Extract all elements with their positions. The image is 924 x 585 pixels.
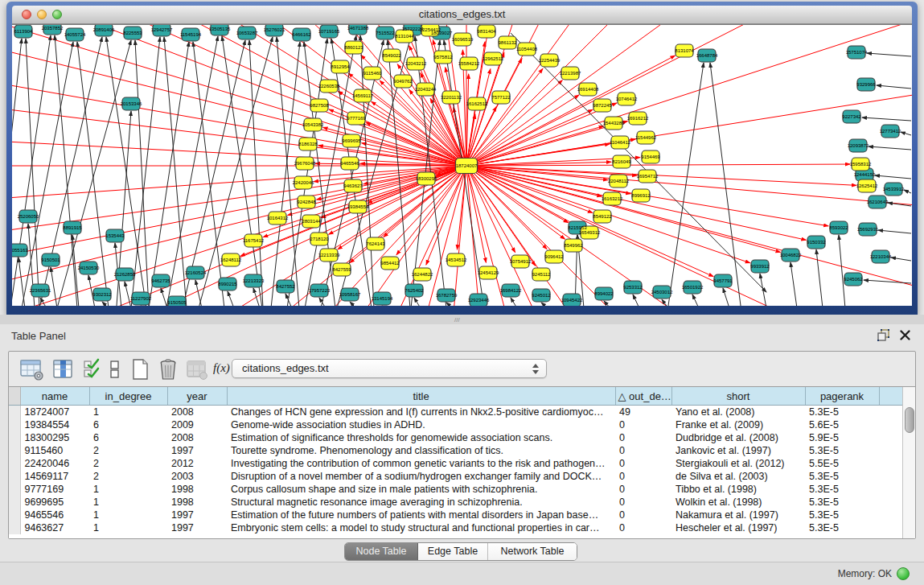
table-cell[interactable]: Embryonic stem cells: a model to study s…	[227, 521, 615, 534]
table-row[interactable]: 946554611997Estimation of the future num…	[9, 509, 903, 521]
table-cell[interactable]: Tourette syndrome. Phenomenology and cla…	[227, 444, 615, 457]
table-row[interactable]: 1872400712008Changes of HCN gene express…	[9, 406, 903, 419]
table-cell[interactable]: 5.9E-5	[805, 431, 879, 444]
table-cell[interactable]: Structural magnetic resonance image aver…	[227, 496, 615, 509]
table-cell[interactable]: 1998	[167, 496, 227, 509]
table-cell[interactable]: Yano et al. (2008)	[671, 406, 805, 419]
table-cell[interactable]: Investigating the contribution of common…	[227, 457, 615, 470]
table-cell[interactable]: Hescheler et al. (1997)	[671, 521, 805, 534]
table-cell[interactable]: 1998	[167, 483, 227, 496]
table-cell[interactable]: 0	[615, 444, 671, 457]
table-cell[interactable]: 1997	[167, 521, 227, 534]
column-header-out_de[interactable]: △ out_de…	[615, 387, 671, 406]
table-cell[interactable]: 0	[615, 496, 671, 509]
delete-table-icon[interactable]	[157, 358, 181, 381]
table-cell[interactable]: Genome-wide association studies in ADHD.	[227, 418, 615, 431]
table-cell[interactable]: 0	[615, 470, 671, 483]
table-cell[interactable]: 2008	[167, 431, 227, 444]
table-cell[interactable]: 2003	[167, 470, 227, 483]
tab-network-table[interactable]: Network Table	[488, 543, 577, 560]
row-height-icon[interactable]	[109, 358, 121, 381]
table-options-icon[interactable]	[20, 358, 44, 381]
select-columns-icon[interactable]	[83, 358, 102, 381]
table-cell[interactable]: 1	[89, 509, 167, 521]
table-cell[interactable]: 19384554	[20, 418, 89, 431]
split-divider[interactable]: ///	[0, 315, 924, 324]
tab-node-table[interactable]: Node Table	[345, 543, 418, 560]
table-cell[interactable]: 5.3E-5	[805, 521, 879, 534]
table-row[interactable]: 1938455462009Genome-wide association stu…	[9, 418, 903, 431]
table-cell[interactable]: 9777169	[20, 483, 89, 496]
table-cell[interactable]: 2	[89, 470, 167, 483]
table-row[interactable]: 2242004622012Investigating the contribut…	[9, 457, 903, 470]
table-cell[interactable]: 9115460	[20, 444, 89, 457]
table-cell[interactable]: 0	[615, 521, 671, 534]
table-row[interactable]: 946362711997Embryonic stem cells: a mode…	[9, 521, 903, 534]
table-row[interactable]: 969969511998Structural magnetic resonanc…	[9, 496, 903, 509]
table-cell[interactable]: 5.3E-5	[805, 496, 879, 509]
table-cell[interactable]: Wolkin et al. (1998)	[671, 496, 805, 509]
table-cell[interactable]: Disruption of a novel member of a sodium…	[227, 470, 615, 483]
table-cell[interactable]: Dudbridge et al. (2008)	[671, 431, 805, 444]
table-cell[interactable]: Nakamura et al. (1997)	[671, 509, 805, 521]
column-header-in_degree[interactable]: in_degree	[89, 387, 167, 406]
table-cell[interactable]: 5.3E-5	[805, 509, 879, 521]
table-cell[interactable]: 18300295	[20, 431, 89, 444]
table-cell[interactable]: 9699695	[20, 496, 89, 509]
float-panel-icon[interactable]	[877, 329, 890, 342]
table-cell[interactable]: 1997	[167, 444, 227, 457]
table-cell[interactable]: de Silva et al. (2003)	[671, 470, 805, 483]
network-window-titlebar[interactable]: citations_edges.txt	[12, 6, 912, 24]
table-cell[interactable]: Estimation of the future numbers of pati…	[227, 509, 615, 521]
table-cell[interactable]: 0	[615, 431, 671, 444]
table-cell[interactable]: 5.5E-5	[805, 457, 879, 470]
table-row[interactable]: 977716911998Corpus callosum shape and si…	[9, 483, 903, 496]
table-cell[interactable]: 9463627	[20, 521, 89, 534]
table-cell[interactable]: 5.3E-5	[805, 444, 879, 457]
table-cell[interactable]: 0	[615, 457, 671, 470]
table-select-dropdown[interactable]: citations_edges.txt	[232, 359, 547, 378]
table-cell[interactable]: 6	[89, 418, 167, 431]
citation-network-graph[interactable]: 6113904203578521405572420891406822555312…	[12, 25, 912, 306]
table-cell[interactable]: 2	[89, 444, 167, 457]
column-header-short[interactable]: short	[671, 387, 805, 406]
table-cell[interactable]: 2008	[167, 406, 227, 419]
table-cell[interactable]: 1	[89, 406, 167, 419]
table-cell[interactable]: 2012	[167, 457, 227, 470]
table-cell[interactable]: 0	[615, 483, 671, 496]
divider-grip-icon[interactable]: ///	[454, 317, 464, 323]
table-cell[interactable]: Franke et al. (2009)	[671, 418, 805, 431]
close-panel-icon[interactable]	[899, 329, 911, 341]
column-header-name[interactable]: name	[20, 387, 89, 406]
table-cell[interactable]: Jankovic et al. (1997)	[671, 444, 805, 457]
table-cell[interactable]: 5.3E-5	[805, 406, 879, 419]
create-table-icon[interactable]	[129, 358, 154, 381]
table-cell[interactable]: 5.6E-5	[805, 418, 879, 431]
table-cell[interactable]: 6	[89, 431, 167, 444]
table-cell[interactable]: Stergiakouli et al. (2012)	[671, 457, 805, 470]
show-columns-icon[interactable]	[52, 358, 76, 381]
table-cell[interactable]: Estimation of significance thresholds fo…	[227, 431, 615, 444]
table-cell[interactable]: Corpus callosum shape and size in male p…	[227, 483, 615, 496]
table-scrollbar[interactable]	[902, 387, 915, 538]
table-cell[interactable]: 2009	[167, 418, 227, 431]
table-cell[interactable]: 5.3E-5	[805, 483, 879, 496]
table-cell[interactable]: Tibbo et al. (1998)	[671, 483, 805, 496]
table-cell[interactable]: 1	[89, 483, 167, 496]
table-row[interactable]: 1830029562008Estimation of significance …	[9, 431, 903, 444]
column-header-title[interactable]: title	[227, 387, 615, 406]
network-canvas[interactable]: 6113904203578521405572420891406822555312…	[12, 24, 912, 306]
table-cell[interactable]: 18724007	[20, 406, 89, 419]
table-cell[interactable]: 0	[615, 509, 671, 521]
table-cell[interactable]: 5.3E-5	[805, 470, 879, 483]
table-cell[interactable]: 0	[615, 418, 671, 431]
column-header-pagerank[interactable]: pagerank	[805, 387, 879, 406]
table-row[interactable]: 911546021997Tourette syndrome. Phenomeno…	[9, 444, 903, 457]
column-header-year[interactable]: year	[167, 387, 227, 406]
table-cell[interactable]: 1997	[167, 509, 227, 521]
tab-edge-table[interactable]: Edge Table	[418, 543, 488, 560]
table-cell[interactable]: 14569117	[20, 470, 89, 483]
table-cell[interactable]: 22420046	[20, 457, 89, 470]
table-cell[interactable]: 9465546	[20, 509, 89, 521]
table-cell[interactable]: 2	[89, 457, 167, 470]
